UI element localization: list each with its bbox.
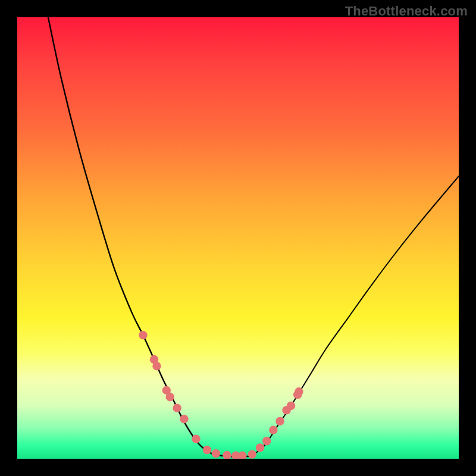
- curve-layer: [17, 17, 459, 459]
- data-point-marker: [269, 426, 277, 434]
- data-point-marker: [262, 437, 271, 445]
- data-point-marker: [287, 402, 295, 410]
- data-point-marker: [238, 452, 246, 459]
- left-branch-curve: [48, 17, 225, 456]
- data-point-marker: [180, 415, 188, 423]
- data-point-marker: [256, 443, 264, 452]
- data-point-marker: [275, 417, 284, 425]
- data-point-marker: [173, 403, 181, 412]
- data-point-marker: [166, 393, 174, 401]
- data-point-marker: [139, 331, 147, 339]
- data-point-marker: [248, 450, 256, 458]
- chart-container: TheBottleneck.com: [0, 0, 476, 476]
- plot-area: [17, 17, 459, 459]
- watermark-text: TheBottleneck.com: [345, 4, 468, 19]
- data-point-marker: [152, 362, 161, 370]
- data-point-marker: [192, 434, 200, 443]
- marker-group: [139, 331, 303, 459]
- data-point-marker: [203, 446, 211, 454]
- data-point-marker: [295, 387, 303, 396]
- data-point-marker: [223, 451, 231, 459]
- data-point-marker: [212, 449, 220, 458]
- right-branch-curve: [251, 176, 459, 456]
